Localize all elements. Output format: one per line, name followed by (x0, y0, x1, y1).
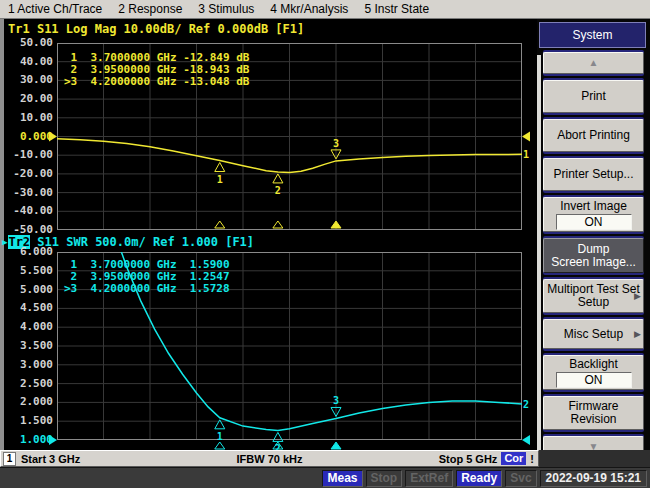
svg-text:1: 1 (217, 174, 223, 185)
y-tick-label: -30.00 (0, 186, 53, 199)
y-tick-label: -40.00 (0, 204, 53, 217)
multiport-test-set-setup-button[interactable]: Multiport Test SetSetup▶ (543, 279, 644, 313)
stimulus-bar: 1 Start 3 GHz IFBW 70 kHz Stop 5 GHz Cor… (0, 450, 539, 467)
y-tick-label: 4.000 (0, 320, 53, 333)
y-tick-label: -10.00 (0, 148, 53, 161)
trace2-marker-readout: 1 3.7000000 GHz 1.5900 2 3.9500000 GHz 1… (64, 259, 230, 295)
firmware-revision-button[interactable]: FirmwareRevision (543, 396, 644, 430)
y-tick-label: 2.500 (0, 377, 53, 390)
y-tick-label: 1.000 (0, 433, 53, 446)
chevron-up-icon: ▲ (589, 58, 599, 68)
status-badge-meas: Meas (322, 470, 362, 487)
svg-text:3: 3 (333, 138, 339, 149)
backlight-toggle[interactable]: BacklightON (543, 355, 644, 390)
y-tick-label: -20.00 (0, 167, 53, 180)
y-tick-label: 30.00 (0, 73, 53, 86)
abort-printing-button[interactable]: Abort Printing (543, 119, 644, 152)
menu-item-4-mkr-analysis[interactable]: 4 Mkr/Analysis (270, 2, 348, 16)
status-badge-svc: Svc (505, 470, 536, 487)
y-tick-label: 50.00 (0, 36, 53, 49)
y-tick-label: 5.000 (0, 283, 53, 296)
trace1-marker-readout: 1 3.7000000 GHz -12.849 dB 2 3.9500000 G… (64, 52, 249, 88)
print-button[interactable]: Print (543, 80, 644, 113)
y-tick-label: 1.500 (0, 414, 53, 427)
menu-item-1-active-ch-trace[interactable]: 1 Active Ch/Trace (8, 2, 102, 16)
y-tick-label: 6.000 (0, 245, 53, 258)
stop-frequency-label: Stop 5 GHz (439, 453, 498, 465)
trace2-format-text: S11 SWR 500.0m/ Ref 1.000 [F1] (30, 235, 254, 249)
svg-text:2: 2 (523, 399, 529, 410)
y-tick-label: 40.00 (0, 55, 53, 68)
trace1-header[interactable]: Tr1 S11 Log Mag 10.00dB/ Ref 0.000dB [F1… (8, 22, 304, 36)
status-badge-stop: Stop (366, 470, 403, 487)
statusbar-corner (539, 450, 650, 467)
softkey-label: Setup (578, 296, 609, 309)
y-tick-label: 0.000 (0, 130, 53, 143)
y-tick-label: 20.00 (0, 92, 53, 105)
softkey-label: Screen Image... (551, 256, 636, 269)
y-tick-label: 5.500 (0, 264, 53, 277)
vna-screen: 1 Active Ch/Trace2 Response3 Stimulus4 M… (0, 0, 650, 488)
alert-indicator: ! (530, 453, 534, 465)
softkey-label: Print (581, 90, 606, 103)
status-badge-ready: Ready (456, 470, 502, 487)
softkey-menu-title: System (539, 22, 646, 48)
scroll-up-button[interactable]: ▲ (543, 52, 644, 74)
svg-text:1: 1 (217, 431, 223, 442)
invert-image-toggle[interactable]: Invert ImageON (543, 197, 644, 232)
svg-text:2: 2 (275, 185, 281, 196)
status-bar: MeasStopExtRefReadySvc2022-09-19 15:21 (0, 467, 650, 488)
menu-item-2-response[interactable]: 2 Response (118, 2, 182, 16)
y-tick-label: 10.00 (0, 111, 53, 124)
y-tick-label: 2.000 (0, 395, 53, 408)
softkey-label: Invert Image (560, 200, 627, 213)
status-badge-extref: ExtRef (405, 470, 453, 487)
softkey-sidebar: System▲PrintAbort PrintingPrinter Setup.… (537, 19, 650, 450)
y-tick-label: 3.500 (0, 339, 53, 352)
printer-setup-button[interactable]: Printer Setup... (543, 158, 644, 191)
softkey-label: Revision (570, 413, 616, 426)
menu-bar: 1 Active Ch/Trace2 Response3 Stimulus4 M… (0, 0, 650, 19)
menu-item-5-instr-state[interactable]: 5 Instr State (364, 2, 429, 16)
submenu-arrow-icon: ▶ (634, 290, 641, 303)
softkey-label: Printer Setup... (553, 168, 633, 181)
sidebar-scroll-strip (537, 55, 541, 457)
softkey-label: Dump (577, 243, 609, 256)
clock-timestamp: 2022-09-19 15:21 (540, 470, 647, 487)
svg-text:1: 1 (523, 149, 529, 160)
dump-screen-image-button[interactable]: DumpScreen Image... (543, 238, 644, 273)
softkey-label: Misc Setup (564, 328, 623, 341)
correction-badge: Cor (501, 452, 526, 465)
y-tick-label: 3.000 (0, 358, 53, 371)
softkey-label: Backlight (569, 358, 618, 371)
toggle-state: ON (556, 214, 632, 230)
misc-setup-button[interactable]: Misc Setup▶ (543, 319, 644, 349)
trace1-format-text: S11 Log Mag 10.00dB/ Ref 0.000dB [F1] (30, 22, 305, 36)
menu-item-3-stimulus[interactable]: 3 Stimulus (198, 2, 254, 16)
softkey-label: Abort Printing (557, 129, 630, 142)
submenu-arrow-icon: ▶ (634, 328, 641, 341)
svg-text:3: 3 (333, 395, 339, 406)
trace1-label: Tr1 (8, 22, 30, 36)
toggle-state: ON (556, 372, 632, 388)
y-tick-label: 4.500 (0, 301, 53, 314)
